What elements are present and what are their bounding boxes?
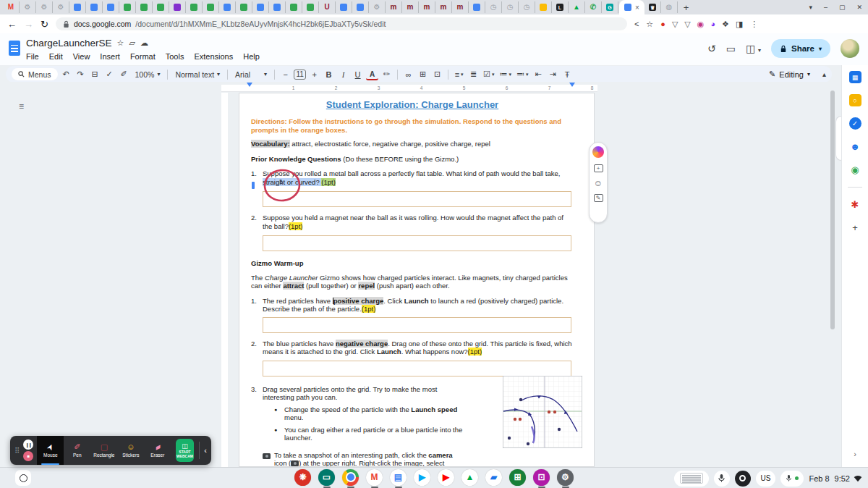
menu-item[interactable]: Extensions — [194, 52, 233, 61]
tab-sheets[interactable] — [203, 1, 219, 13]
undo-button[interactable]: ↶ — [60, 68, 72, 80]
print-button[interactable]: ⊟ — [89, 68, 101, 80]
keep-icon[interactable]: ○ — [849, 94, 861, 106]
italic-button[interactable]: I — [337, 68, 349, 80]
drive-app[interactable]: ▲ — [461, 469, 478, 488]
microphone-button[interactable] — [714, 471, 730, 487]
add-comment-icon[interactable]: + — [594, 164, 603, 172]
star-icon[interactable]: ☆ — [117, 38, 124, 48]
tab-slides[interactable] — [169, 1, 186, 13]
divider[interactable] — [448, 70, 448, 80]
editing-mode-select[interactable]: ✎ Editing ▾ — [769, 70, 810, 79]
meet-video-icon[interactable]: ◫ ▾ — [746, 43, 761, 54]
add-comment-button[interactable]: ⊞ — [417, 68, 429, 80]
docs-app[interactable]: ▤ — [390, 469, 407, 488]
menu-item[interactable]: Format — [130, 52, 156, 61]
tab-folder[interactable] — [535, 1, 552, 13]
pause-recording-button[interactable]: ❙❙ — [23, 439, 33, 450]
tab-sheets[interactable] — [153, 1, 169, 13]
gmail-app[interactable]: M — [366, 469, 383, 488]
tab-docs[interactable] — [219, 1, 236, 13]
get-addons-icon[interactable]: + — [849, 222, 861, 234]
version-history-icon[interactable]: ↺ — [707, 43, 716, 54]
side-panel-icon[interactable]: ◨ — [736, 20, 743, 29]
tab-docs[interactable] — [86, 1, 103, 13]
window-maximize-button[interactable]: ▢ — [839, 4, 846, 11]
tab-drive[interactable]: ▲ — [569, 1, 585, 13]
tab-docs[interactable] — [103, 1, 119, 13]
calendar-icon[interactable]: ▦ — [849, 71, 861, 83]
addon-asterisk-icon[interactable]: ✱ — [849, 198, 861, 211]
divider[interactable] — [227, 70, 228, 80]
purple-app[interactable]: ⊡ — [533, 469, 550, 488]
spellcheck-button[interactable]: ✓ — [103, 68, 116, 80]
tab-sheets[interactable] — [186, 1, 203, 13]
answer-box-1[interactable] — [263, 191, 571, 207]
menu-item[interactable]: Tools — [166, 52, 184, 61]
tab-gray[interactable]: ⚙ — [36, 1, 53, 13]
new-tab-button[interactable]: + — [684, 2, 689, 13]
tab-docs[interactable] — [252, 1, 269, 13]
tab-gmail[interactable]: M — [3, 1, 20, 13]
palette-app[interactable]: ❋ — [294, 469, 311, 488]
styles-select[interactable]: Normal text — [172, 68, 223, 80]
tab-voice[interactable]: ✆ — [585, 1, 602, 13]
font-size-increase[interactable]: + — [308, 68, 320, 80]
extension-shield-icon-2[interactable]: ▽ — [684, 20, 690, 29]
side-drawer-handle[interactable] — [835, 116, 841, 161]
reload-button[interactable]: ↻ — [41, 19, 48, 30]
divider[interactable] — [397, 70, 398, 80]
tasks-icon[interactable]: ✓ — [849, 117, 861, 130]
emoji-reaction-icon[interactable]: ☺ — [594, 179, 603, 188]
tab-u[interactable]: U — [319, 1, 336, 13]
indent-increase-button[interactable]: ⇥ — [547, 68, 559, 80]
stop-recording-button[interactable]: ■ — [23, 451, 33, 461]
cloud-status-icon[interactable]: ☁ — [140, 38, 148, 48]
numbered-list-button[interactable]: ≕ — [515, 68, 530, 80]
clock-area[interactable]: 9:52 — [835, 474, 862, 483]
tab-canvas[interactable]: m — [386, 1, 402, 13]
bulleted-list-button[interactable]: ≔ — [498, 68, 513, 80]
forward-button[interactable]: → — [24, 19, 33, 30]
mic-access-pill[interactable] — [780, 471, 804, 487]
tab-sheets[interactable] — [302, 1, 319, 13]
contacts-icon[interactable]: ☻ — [849, 140, 861, 153]
extension-shield-icon[interactable]: ▽ — [672, 20, 678, 29]
extension-red-icon[interactable]: ● — [660, 20, 665, 28]
tab-close-icon[interactable]: × — [635, 4, 639, 12]
answer-box-4[interactable] — [263, 361, 571, 376]
indent-decrease-button[interactable]: ⇤ — [532, 68, 545, 80]
bold-button[interactable]: B — [323, 68, 335, 80]
tab-docs[interactable] — [269, 1, 286, 13]
tab-docs[interactable] — [352, 1, 369, 13]
tool-mouse[interactable]: ➤ Mouse — [37, 436, 64, 465]
divider[interactable] — [167, 70, 168, 80]
tab-clock[interactable]: ◷ — [485, 1, 502, 13]
tab-sheets[interactable] — [236, 1, 252, 13]
answer-box-2[interactable] — [263, 235, 571, 251]
extensions-puzzle-icon[interactable]: ❖ — [722, 20, 729, 29]
extension-camera-icon[interactable]: ◉ — [697, 20, 705, 29]
search-menus-button[interactable]: Menus — [12, 68, 58, 80]
tab-globe[interactable]: ◍ — [661, 1, 678, 13]
tab-canvas[interactable]: m — [435, 1, 452, 13]
user-avatar[interactable] — [841, 39, 859, 58]
insert-image-button[interactable]: ⊡ — [431, 68, 443, 80]
tool-rectangle[interactable]: ▢ Rectangle — [90, 436, 117, 465]
tab-gray[interactable]: ⚙ — [20, 1, 36, 13]
document-outline-icon[interactable]: ≡ — [19, 101, 24, 112]
scrollbar-thumb[interactable] — [830, 91, 835, 329]
tab-sheets[interactable] — [119, 1, 136, 13]
tab-l[interactable]: L — [552, 1, 569, 13]
files-app[interactable]: ▰ — [485, 469, 502, 488]
bookmark-star-icon[interactable]: ☆ — [646, 20, 653, 29]
camera-in-use-indicator[interactable] — [735, 471, 751, 487]
share-button[interactable]: Share ▾ — [771, 39, 830, 58]
paint-format-button[interactable]: ✐ — [118, 68, 130, 80]
tab-docs[interactable] — [469, 1, 485, 13]
menu-item[interactable]: Insert — [100, 52, 120, 61]
move-folder-icon[interactable]: ▱ — [129, 38, 135, 48]
active-tab[interactable]: × — [619, 0, 644, 14]
line-spacing-button[interactable]: ≣ — [467, 68, 480, 80]
settings-app[interactable]: ⚙ — [557, 469, 574, 488]
